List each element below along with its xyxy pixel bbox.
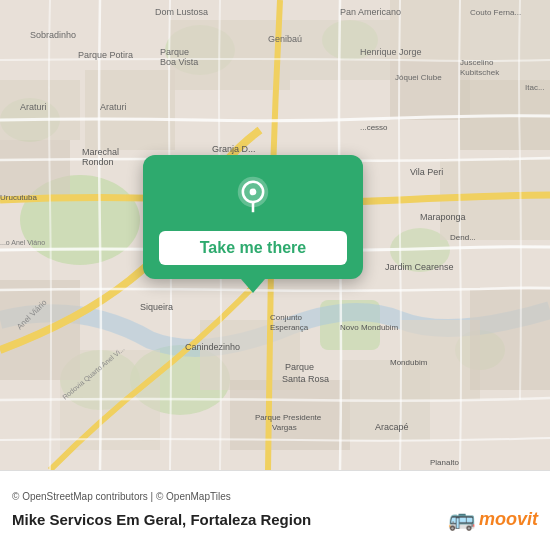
svg-text:Parque: Parque bbox=[160, 47, 189, 57]
svg-text:Henrique Jorge: Henrique Jorge bbox=[360, 47, 422, 57]
location-pin-icon bbox=[231, 175, 275, 219]
svg-point-70 bbox=[250, 189, 257, 196]
moovit-brand-text: moovit bbox=[479, 509, 538, 530]
svg-text:Parque Potira: Parque Potira bbox=[78, 50, 133, 60]
svg-text:Conjunto: Conjunto bbox=[270, 313, 303, 322]
moovit-bus-icon: 🚌 bbox=[448, 506, 475, 532]
svg-text:Marechal: Marechal bbox=[82, 147, 119, 157]
svg-text:Parque: Parque bbox=[285, 362, 314, 372]
svg-text:Dend...: Dend... bbox=[450, 233, 476, 242]
popup-card: Take me there bbox=[143, 155, 363, 279]
moovit-logo: 🚌 moovit bbox=[448, 506, 538, 532]
svg-text:Ayrton Fons...: Ayrton Fons... bbox=[425, 468, 475, 470]
svg-text:Granja D...: Granja D... bbox=[212, 144, 256, 154]
svg-text:Siqueira: Siqueira bbox=[140, 302, 173, 312]
svg-rect-12 bbox=[0, 140, 70, 200]
svg-text:Urucutuba: Urucutuba bbox=[0, 193, 37, 202]
svg-text:Santa Rosa: Santa Rosa bbox=[282, 374, 329, 384]
svg-text:Couto Ferna...: Couto Ferna... bbox=[470, 8, 521, 17]
svg-text:Boa Vista: Boa Vista bbox=[160, 57, 198, 67]
svg-text:Maraponga: Maraponga bbox=[420, 212, 466, 222]
svg-text:Itac...: Itac... bbox=[525, 83, 545, 92]
svg-text:Rondon: Rondon bbox=[82, 157, 114, 167]
place-name: Mike Servicos Em Geral, Fortaleza Region bbox=[12, 511, 311, 528]
svg-text:Jardim Cearense: Jardim Cearense bbox=[385, 262, 454, 272]
svg-text:...o Anel Viáno: ...o Anel Viáno bbox=[0, 239, 45, 246]
map-container[interactable]: Sobradinho Dom Lustosa Pan Americano Cou… bbox=[0, 0, 550, 470]
svg-text:Aracapé: Aracapé bbox=[375, 422, 409, 432]
svg-text:Kubitschek: Kubitschek bbox=[460, 68, 500, 77]
svg-text:Dom Lustosa: Dom Lustosa bbox=[155, 7, 208, 17]
svg-text:Araturi: Araturi bbox=[20, 102, 47, 112]
svg-text:Sobradinho: Sobradinho bbox=[30, 30, 76, 40]
svg-text:Vargas: Vargas bbox=[272, 423, 297, 432]
svg-text:Juscelino: Juscelino bbox=[460, 58, 494, 67]
bottom-bar: © OpenStreetMap contributors | © OpenMap… bbox=[0, 470, 550, 550]
svg-text:Canindezinho: Canindezinho bbox=[185, 342, 240, 352]
svg-text:Araturi: Araturi bbox=[100, 102, 127, 112]
svg-rect-21 bbox=[470, 290, 550, 390]
svg-text:Genibaú: Genibaú bbox=[268, 34, 302, 44]
svg-text:Parque Presidente: Parque Presidente bbox=[255, 413, 322, 422]
map-attribution: © OpenStreetMap contributors | © OpenMap… bbox=[12, 491, 538, 502]
svg-text:Mondubim: Mondubim bbox=[390, 358, 428, 367]
svg-text:Planalto: Planalto bbox=[430, 458, 459, 467]
take-me-there-button[interactable]: Take me there bbox=[159, 231, 347, 265]
svg-text:Vila Peri: Vila Peri bbox=[410, 167, 443, 177]
svg-text:Pan Americano: Pan Americano bbox=[340, 7, 401, 17]
svg-text:Jóquei Clube: Jóquei Clube bbox=[395, 73, 442, 82]
svg-text:Novo Mondubim: Novo Mondubim bbox=[340, 323, 399, 332]
svg-text:Esperança: Esperança bbox=[270, 323, 309, 332]
svg-rect-17 bbox=[390, 60, 470, 120]
svg-text:...cesso: ...cesso bbox=[360, 123, 388, 132]
place-info: Mike Servicos Em Geral, Fortaleza Region… bbox=[12, 506, 538, 532]
